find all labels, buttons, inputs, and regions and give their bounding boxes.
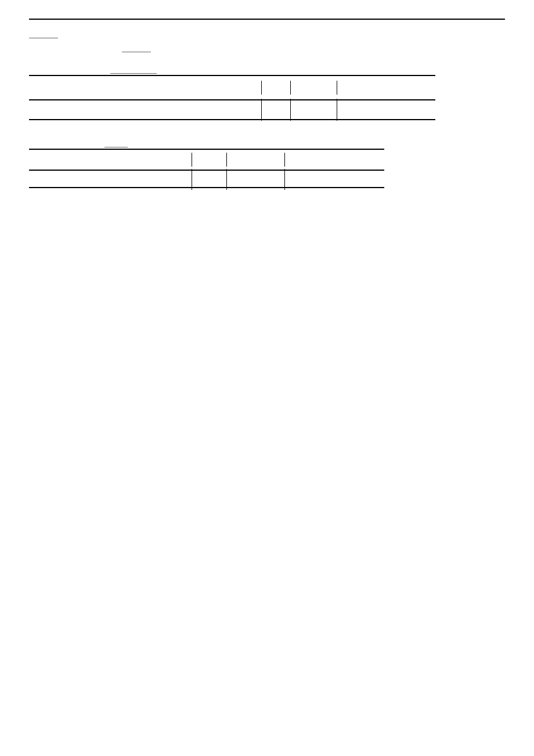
divider: [29, 19, 505, 20]
spacer-row: [29, 180, 505, 186]
divider: [29, 75, 435, 76]
blank: [122, 42, 151, 52]
col-ytd: [337, 81, 435, 95]
blank-year: [110, 64, 134, 74]
blank: [29, 28, 58, 38]
income-statement-header: [29, 64, 505, 74]
col-month: [290, 81, 337, 95]
divider: [29, 149, 384, 150]
income-header-row: [29, 77, 505, 98]
col-last-year: [284, 153, 384, 167]
col-this-year: [226, 153, 284, 167]
spacer-row: [29, 110, 505, 118]
profit-dist-header: [29, 138, 505, 147]
supplementary-info: [29, 24, 505, 52]
blank-year: [104, 138, 128, 147]
blank-month: [134, 64, 157, 74]
profit-dist-header-row: [29, 151, 505, 168]
col-line: [192, 153, 226, 167]
col-line: [261, 81, 290, 95]
